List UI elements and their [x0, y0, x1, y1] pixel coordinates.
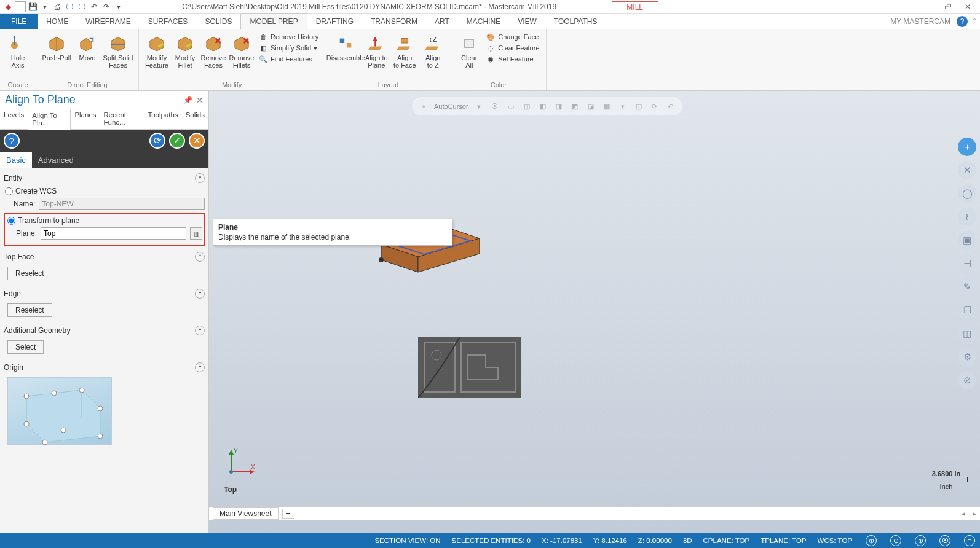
- tab-wireframe[interactable]: WIREFRAME: [77, 14, 139, 29]
- sb-icon2[interactable]: ⊕: [890, 535, 901, 546]
- redo-icon[interactable]: ↷: [101, 1, 112, 12]
- save-dropdown-icon[interactable]: ▾: [39, 1, 50, 12]
- panel-apply-icon[interactable]: ⟳: [149, 133, 165, 149]
- status-wcs[interactable]: WCS: TOP: [818, 537, 852, 544]
- create-wcs-radio[interactable]: [5, 187, 13, 195]
- clear-feature-button[interactable]: ◌Clear Feature: [486, 43, 539, 53]
- align-to-z-button[interactable]: ↕ZAlign to Z: [419, 31, 447, 71]
- rt-tool5-icon[interactable]: ⊣: [958, 254, 976, 273]
- tb-sel8-icon[interactable]: ▾: [617, 101, 628, 112]
- additional-collapse-icon[interactable]: ˄: [195, 326, 205, 335]
- tb-undo-icon[interactable]: ↶: [665, 101, 676, 112]
- panel-tab-planes[interactable]: Planes: [71, 109, 100, 129]
- rt-tool7-icon[interactable]: ❐: [958, 301, 976, 319]
- panel-tab-solids[interactable]: Solids: [182, 109, 208, 129]
- tab-drafting[interactable]: DRAFTING: [307, 14, 362, 29]
- modify-feature-button[interactable]: Modify Feature: [143, 31, 171, 71]
- status-section-view[interactable]: SECTION VIEW: ON: [374, 537, 440, 544]
- viewsheet-tab-main[interactable]: Main Viewsheet: [213, 507, 279, 520]
- tb-xyz-icon[interactable]: ⦿: [489, 101, 500, 112]
- origin-preview[interactable]: [7, 377, 112, 445]
- ribbon-collapse-icon[interactable]: ˄: [973, 17, 980, 26]
- subtab-advanced[interactable]: Advanced: [32, 152, 80, 168]
- tab-toolpaths[interactable]: TOOLPATHS: [545, 14, 606, 29]
- rt-tool3-icon[interactable]: ≀: [958, 208, 976, 226]
- sb-icon3[interactable]: ⊕: [915, 535, 926, 546]
- edge-reselect-button[interactable]: Reselect: [7, 303, 52, 317]
- print-icon[interactable]: 🖨: [52, 1, 63, 12]
- find-features-button[interactable]: 🔍Find Features: [258, 54, 318, 64]
- panel-ok-icon[interactable]: ✓: [169, 133, 185, 149]
- my-mastercam-link[interactable]: MY MASTERCAM: [884, 17, 957, 26]
- panel-tab-align[interactable]: Align To Pla...: [28, 109, 71, 130]
- tb-sel6-icon[interactable]: ◪: [585, 101, 596, 112]
- panel-close-icon[interactable]: ✕: [196, 95, 204, 105]
- panel-help-icon[interactable]: ?: [4, 133, 20, 149]
- rt-tool10-icon[interactable]: ⊘: [958, 371, 976, 389]
- tab-surfaces[interactable]: SURFACES: [140, 14, 197, 29]
- disassemble-button[interactable]: Disassemble: [329, 31, 362, 64]
- screen-icon[interactable]: 🖵: [64, 1, 75, 12]
- plane-picker-icon[interactable]: ▥: [190, 227, 202, 240]
- tab-machine[interactable]: MACHINE: [458, 14, 509, 29]
- rt-tool4-icon[interactable]: ▣: [958, 231, 976, 249]
- tb-dropdown-icon[interactable]: ▾: [473, 101, 484, 112]
- tb-sel1-icon[interactable]: ▭: [505, 101, 516, 112]
- tb-sel4-icon[interactable]: ◨: [553, 101, 564, 112]
- restore-button[interactable]: 🗗: [941, 1, 955, 12]
- additional-select-button[interactable]: Select: [7, 340, 44, 354]
- split-solid-faces-button[interactable]: Split Solid Faces: [101, 31, 135, 71]
- tab-view[interactable]: VIEW: [509, 14, 545, 29]
- edge-collapse-icon[interactable]: ˄: [195, 289, 205, 299]
- plane-input[interactable]: [41, 227, 186, 240]
- sb-icon1[interactable]: ⊕: [866, 535, 877, 546]
- viewsheet-left-icon[interactable]: ◂: [962, 509, 969, 518]
- move-button[interactable]: Move: [73, 31, 101, 64]
- undo-icon[interactable]: ↶: [89, 1, 100, 12]
- tb-refresh-icon[interactable]: ⟳: [649, 101, 660, 112]
- save-icon[interactable]: 💾: [27, 1, 38, 12]
- remove-faces-button[interactable]: Remove Faces: [199, 31, 227, 71]
- minimize-button[interactable]: —: [921, 1, 936, 12]
- rt-tool9-icon[interactable]: ⚙: [958, 348, 976, 366]
- pin-icon[interactable]: 📌: [183, 96, 192, 104]
- entity-collapse-icon[interactable]: ˄: [195, 173, 205, 183]
- tb-sel3-icon[interactable]: ◧: [537, 101, 548, 112]
- panel-cancel-icon[interactable]: ✕: [189, 133, 205, 149]
- tb-sel9-icon[interactable]: ◫: [633, 101, 644, 112]
- sb-icon4[interactable]: ⦿: [939, 535, 950, 546]
- topface-collapse-icon[interactable]: ˄: [195, 252, 205, 262]
- origin-collapse-icon[interactable]: ˄: [195, 362, 205, 372]
- viewport[interactable]: ⌖ AutoCursor ▾ ⦿ ▭ ◫ ◧ ◨ ◩ ◪ ▦ ▾ ◫ ⟳ ↶ ＋…: [209, 91, 980, 533]
- file-tab[interactable]: FILE: [0, 14, 38, 29]
- sb-icon5[interactable]: ≡: [964, 535, 975, 546]
- tab-model-prep[interactable]: MODEL PREP: [240, 13, 307, 30]
- viewsheet-right-icon[interactable]: ▸: [973, 509, 980, 518]
- tab-art[interactable]: ART: [426, 14, 458, 29]
- panel-tab-recent[interactable]: Recent Func...: [100, 109, 144, 129]
- screen2-icon[interactable]: 🖵: [76, 1, 87, 12]
- status-mode[interactable]: 3D: [683, 537, 692, 544]
- tb-sel7-icon[interactable]: ▦: [601, 101, 612, 112]
- remove-history-button[interactable]: 🗑Remove History: [258, 32, 318, 42]
- context-tab-mill[interactable]: MILL: [612, 1, 658, 13]
- rt-tool8-icon[interactable]: ◫: [958, 324, 976, 343]
- remove-fillets-button[interactable]: Remove Fillets: [227, 31, 256, 71]
- panel-tab-levels[interactable]: Levels: [0, 109, 28, 129]
- clear-all-button[interactable]: Clear All: [455, 31, 483, 71]
- help-icon[interactable]: ?: [957, 16, 968, 27]
- align-to-plane-button[interactable]: Align to Plane: [362, 31, 390, 71]
- panel-tab-toolpaths[interactable]: Toolpaths: [144, 109, 181, 129]
- tab-solids[interactable]: SOLIDS: [196, 14, 240, 29]
- new-file-icon[interactable]: □: [15, 1, 26, 12]
- close-button[interactable]: ✕: [960, 1, 975, 12]
- subtab-basic[interactable]: Basic: [0, 152, 32, 168]
- cursor-icon[interactable]: ⌖: [418, 101, 429, 112]
- rt-tool2-icon[interactable]: ◯: [958, 184, 976, 203]
- status-cplane[interactable]: CPLANE: TOP: [703, 537, 750, 544]
- tb-sel2-icon[interactable]: ◫: [521, 101, 532, 112]
- hole-axis-button[interactable]: Hole Axis: [4, 31, 32, 71]
- tab-home[interactable]: HOME: [38, 14, 77, 29]
- topface-reselect-button[interactable]: Reselect: [7, 267, 52, 280]
- rt-add-icon[interactable]: ＋: [958, 138, 976, 156]
